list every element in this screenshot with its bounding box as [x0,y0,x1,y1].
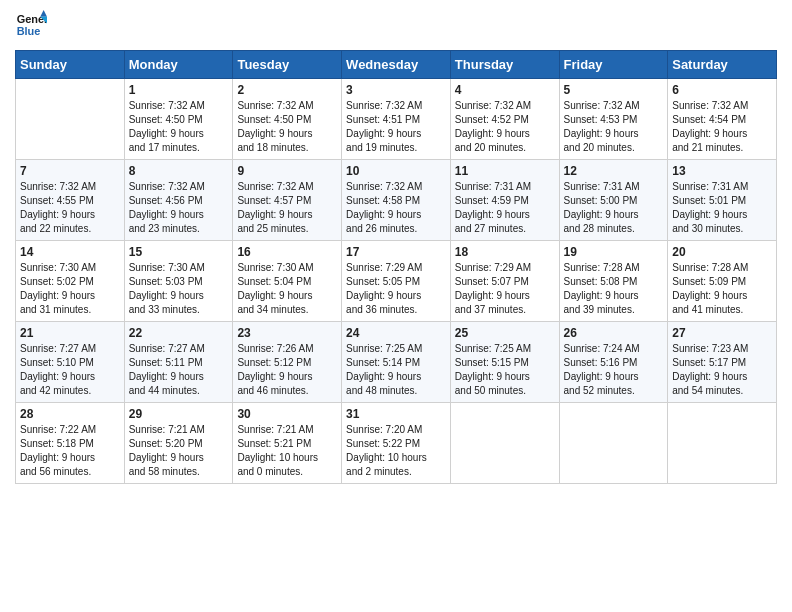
calendar-table: SundayMondayTuesdayWednesdayThursdayFrid… [15,50,777,484]
calendar-week-row: 21Sunrise: 7:27 AM Sunset: 5:10 PM Dayli… [16,322,777,403]
calendar-cell: 18Sunrise: 7:29 AM Sunset: 5:07 PM Dayli… [450,241,559,322]
day-info: Sunrise: 7:29 AM Sunset: 5:07 PM Dayligh… [455,261,555,317]
calendar-cell: 30Sunrise: 7:21 AM Sunset: 5:21 PM Dayli… [233,403,342,484]
day-info: Sunrise: 7:32 AM Sunset: 4:52 PM Dayligh… [455,99,555,155]
calendar-cell: 1Sunrise: 7:32 AM Sunset: 4:50 PM Daylig… [124,79,233,160]
day-info: Sunrise: 7:31 AM Sunset: 5:00 PM Dayligh… [564,180,664,236]
day-number: 21 [20,326,120,340]
day-info: Sunrise: 7:32 AM Sunset: 4:50 PM Dayligh… [129,99,229,155]
day-number: 29 [129,407,229,421]
calendar-week-row: 14Sunrise: 7:30 AM Sunset: 5:02 PM Dayli… [16,241,777,322]
day-info: Sunrise: 7:21 AM Sunset: 5:20 PM Dayligh… [129,423,229,479]
calendar-cell: 24Sunrise: 7:25 AM Sunset: 5:14 PM Dayli… [342,322,451,403]
day-info: Sunrise: 7:25 AM Sunset: 5:15 PM Dayligh… [455,342,555,398]
calendar-cell: 23Sunrise: 7:26 AM Sunset: 5:12 PM Dayli… [233,322,342,403]
day-number: 17 [346,245,446,259]
day-number: 12 [564,164,664,178]
calendar-cell: 14Sunrise: 7:30 AM Sunset: 5:02 PM Dayli… [16,241,125,322]
calendar-cell: 16Sunrise: 7:30 AM Sunset: 5:04 PM Dayli… [233,241,342,322]
calendar-cell: 4Sunrise: 7:32 AM Sunset: 4:52 PM Daylig… [450,79,559,160]
day-number: 26 [564,326,664,340]
day-number: 7 [20,164,120,178]
day-info: Sunrise: 7:20 AM Sunset: 5:22 PM Dayligh… [346,423,446,479]
calendar-cell: 5Sunrise: 7:32 AM Sunset: 4:53 PM Daylig… [559,79,668,160]
calendar-cell: 13Sunrise: 7:31 AM Sunset: 5:01 PM Dayli… [668,160,777,241]
calendar-cell: 6Sunrise: 7:32 AM Sunset: 4:54 PM Daylig… [668,79,777,160]
day-number: 5 [564,83,664,97]
day-number: 30 [237,407,337,421]
day-info: Sunrise: 7:28 AM Sunset: 5:08 PM Dayligh… [564,261,664,317]
day-number: 9 [237,164,337,178]
calendar-cell: 12Sunrise: 7:31 AM Sunset: 5:00 PM Dayli… [559,160,668,241]
day-info: Sunrise: 7:32 AM Sunset: 4:53 PM Dayligh… [564,99,664,155]
day-number: 8 [129,164,229,178]
day-info: Sunrise: 7:24 AM Sunset: 5:16 PM Dayligh… [564,342,664,398]
calendar-cell: 20Sunrise: 7:28 AM Sunset: 5:09 PM Dayli… [668,241,777,322]
weekday-header-friday: Friday [559,51,668,79]
calendar-cell [450,403,559,484]
day-info: Sunrise: 7:32 AM Sunset: 4:55 PM Dayligh… [20,180,120,236]
day-number: 18 [455,245,555,259]
day-info: Sunrise: 7:25 AM Sunset: 5:14 PM Dayligh… [346,342,446,398]
day-info: Sunrise: 7:27 AM Sunset: 5:10 PM Dayligh… [20,342,120,398]
calendar-cell: 17Sunrise: 7:29 AM Sunset: 5:05 PM Dayli… [342,241,451,322]
day-number: 19 [564,245,664,259]
day-number: 15 [129,245,229,259]
svg-text:Blue: Blue [17,25,41,37]
day-number: 23 [237,326,337,340]
calendar-cell: 9Sunrise: 7:32 AM Sunset: 4:57 PM Daylig… [233,160,342,241]
day-number: 22 [129,326,229,340]
day-number: 13 [672,164,772,178]
day-number: 10 [346,164,446,178]
day-number: 1 [129,83,229,97]
day-number: 2 [237,83,337,97]
day-info: Sunrise: 7:29 AM Sunset: 5:05 PM Dayligh… [346,261,446,317]
day-info: Sunrise: 7:32 AM Sunset: 4:51 PM Dayligh… [346,99,446,155]
day-info: Sunrise: 7:32 AM Sunset: 4:58 PM Dayligh… [346,180,446,236]
day-info: Sunrise: 7:31 AM Sunset: 5:01 PM Dayligh… [672,180,772,236]
calendar-cell: 2Sunrise: 7:32 AM Sunset: 4:50 PM Daylig… [233,79,342,160]
day-number: 11 [455,164,555,178]
calendar-cell: 25Sunrise: 7:25 AM Sunset: 5:15 PM Dayli… [450,322,559,403]
day-info: Sunrise: 7:31 AM Sunset: 4:59 PM Dayligh… [455,180,555,236]
day-info: Sunrise: 7:30 AM Sunset: 5:04 PM Dayligh… [237,261,337,317]
calendar-week-row: 1Sunrise: 7:32 AM Sunset: 4:50 PM Daylig… [16,79,777,160]
day-info: Sunrise: 7:32 AM Sunset: 4:57 PM Dayligh… [237,180,337,236]
calendar-week-row: 28Sunrise: 7:22 AM Sunset: 5:18 PM Dayli… [16,403,777,484]
calendar-cell: 19Sunrise: 7:28 AM Sunset: 5:08 PM Dayli… [559,241,668,322]
day-info: Sunrise: 7:32 AM Sunset: 4:56 PM Dayligh… [129,180,229,236]
calendar-cell [559,403,668,484]
day-number: 25 [455,326,555,340]
day-number: 16 [237,245,337,259]
weekday-header-monday: Monday [124,51,233,79]
day-number: 4 [455,83,555,97]
day-number: 24 [346,326,446,340]
calendar-cell [16,79,125,160]
day-number: 27 [672,326,772,340]
day-info: Sunrise: 7:32 AM Sunset: 4:54 PM Dayligh… [672,99,772,155]
logo: General Blue [15,10,51,42]
logo-icon: General Blue [15,10,47,42]
day-number: 20 [672,245,772,259]
calendar-cell: 8Sunrise: 7:32 AM Sunset: 4:56 PM Daylig… [124,160,233,241]
day-info: Sunrise: 7:32 AM Sunset: 4:50 PM Dayligh… [237,99,337,155]
calendar-cell: 21Sunrise: 7:27 AM Sunset: 5:10 PM Dayli… [16,322,125,403]
day-info: Sunrise: 7:22 AM Sunset: 5:18 PM Dayligh… [20,423,120,479]
main-container: General Blue SundayMondayTuesdayWednesda… [0,0,792,494]
calendar-cell: 22Sunrise: 7:27 AM Sunset: 5:11 PM Dayli… [124,322,233,403]
day-number: 31 [346,407,446,421]
calendar-cell [668,403,777,484]
weekday-header-wednesday: Wednesday [342,51,451,79]
calendar-week-row: 7Sunrise: 7:32 AM Sunset: 4:55 PM Daylig… [16,160,777,241]
day-number: 6 [672,83,772,97]
weekday-header-saturday: Saturday [668,51,777,79]
calendar-cell: 28Sunrise: 7:22 AM Sunset: 5:18 PM Dayli… [16,403,125,484]
weekday-header-row: SundayMondayTuesdayWednesdayThursdayFrid… [16,51,777,79]
calendar-cell: 27Sunrise: 7:23 AM Sunset: 5:17 PM Dayli… [668,322,777,403]
weekday-header-sunday: Sunday [16,51,125,79]
day-info: Sunrise: 7:30 AM Sunset: 5:03 PM Dayligh… [129,261,229,317]
weekday-header-thursday: Thursday [450,51,559,79]
day-info: Sunrise: 7:26 AM Sunset: 5:12 PM Dayligh… [237,342,337,398]
day-info: Sunrise: 7:27 AM Sunset: 5:11 PM Dayligh… [129,342,229,398]
calendar-cell: 29Sunrise: 7:21 AM Sunset: 5:20 PM Dayli… [124,403,233,484]
